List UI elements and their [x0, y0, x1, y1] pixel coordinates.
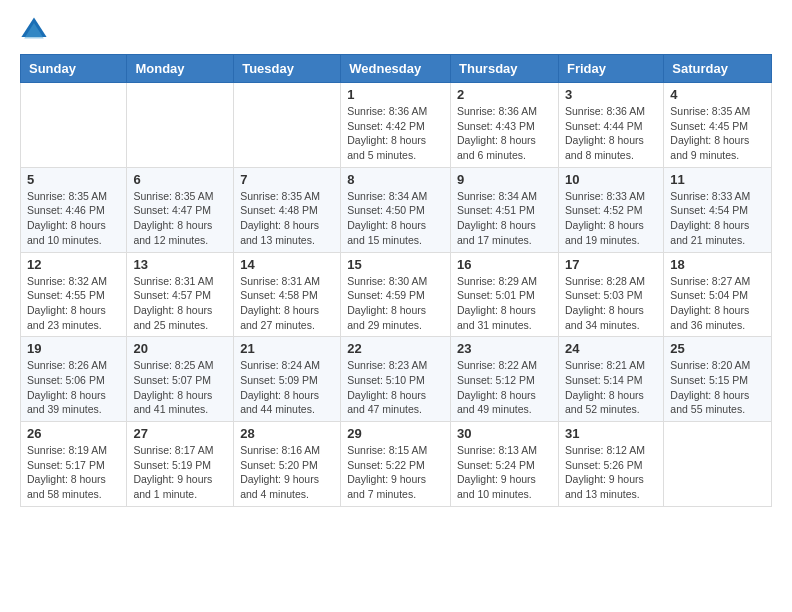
calendar-cell: 27Sunrise: 8:17 AM Sunset: 5:19 PM Dayli…	[127, 422, 234, 507]
calendar-cell: 25Sunrise: 8:20 AM Sunset: 5:15 PM Dayli…	[664, 337, 772, 422]
calendar-cell: 17Sunrise: 8:28 AM Sunset: 5:03 PM Dayli…	[558, 252, 663, 337]
day-info: Sunrise: 8:23 AM Sunset: 5:10 PM Dayligh…	[347, 358, 444, 417]
calendar-cell: 31Sunrise: 8:12 AM Sunset: 5:26 PM Dayli…	[558, 422, 663, 507]
page: SundayMondayTuesdayWednesdayThursdayFrid…	[0, 0, 792, 523]
calendar-cell	[234, 83, 341, 168]
calendar-week-row: 1Sunrise: 8:36 AM Sunset: 4:42 PM Daylig…	[21, 83, 772, 168]
day-number: 2	[457, 87, 552, 102]
day-info: Sunrise: 8:31 AM Sunset: 4:57 PM Dayligh…	[133, 274, 227, 333]
calendar-cell: 1Sunrise: 8:36 AM Sunset: 4:42 PM Daylig…	[341, 83, 451, 168]
day-info: Sunrise: 8:35 AM Sunset: 4:46 PM Dayligh…	[27, 189, 120, 248]
day-info: Sunrise: 8:19 AM Sunset: 5:17 PM Dayligh…	[27, 443, 120, 502]
day-number: 16	[457, 257, 552, 272]
calendar-week-row: 26Sunrise: 8:19 AM Sunset: 5:17 PM Dayli…	[21, 422, 772, 507]
day-info: Sunrise: 8:35 AM Sunset: 4:47 PM Dayligh…	[133, 189, 227, 248]
day-info: Sunrise: 8:29 AM Sunset: 5:01 PM Dayligh…	[457, 274, 552, 333]
day-info: Sunrise: 8:33 AM Sunset: 4:52 PM Dayligh…	[565, 189, 657, 248]
day-number: 1	[347, 87, 444, 102]
calendar-cell: 19Sunrise: 8:26 AM Sunset: 5:06 PM Dayli…	[21, 337, 127, 422]
day-info: Sunrise: 8:36 AM Sunset: 4:42 PM Dayligh…	[347, 104, 444, 163]
day-number: 18	[670, 257, 765, 272]
day-number: 4	[670, 87, 765, 102]
calendar-cell	[127, 83, 234, 168]
day-number: 20	[133, 341, 227, 356]
calendar-cell: 3Sunrise: 8:36 AM Sunset: 4:44 PM Daylig…	[558, 83, 663, 168]
calendar-week-row: 12Sunrise: 8:32 AM Sunset: 4:55 PM Dayli…	[21, 252, 772, 337]
day-number: 6	[133, 172, 227, 187]
calendar-table: SundayMondayTuesdayWednesdayThursdayFrid…	[20, 54, 772, 507]
day-info: Sunrise: 8:25 AM Sunset: 5:07 PM Dayligh…	[133, 358, 227, 417]
day-number: 7	[240, 172, 334, 187]
header	[20, 16, 772, 44]
day-number: 29	[347, 426, 444, 441]
day-number: 27	[133, 426, 227, 441]
day-number: 17	[565, 257, 657, 272]
weekday-header: Wednesday	[341, 55, 451, 83]
calendar-cell: 15Sunrise: 8:30 AM Sunset: 4:59 PM Dayli…	[341, 252, 451, 337]
day-number: 26	[27, 426, 120, 441]
day-info: Sunrise: 8:36 AM Sunset: 4:43 PM Dayligh…	[457, 104, 552, 163]
calendar-cell: 26Sunrise: 8:19 AM Sunset: 5:17 PM Dayli…	[21, 422, 127, 507]
weekday-header-row: SundayMondayTuesdayWednesdayThursdayFrid…	[21, 55, 772, 83]
day-number: 11	[670, 172, 765, 187]
weekday-header: Friday	[558, 55, 663, 83]
day-info: Sunrise: 8:13 AM Sunset: 5:24 PM Dayligh…	[457, 443, 552, 502]
calendar-cell: 10Sunrise: 8:33 AM Sunset: 4:52 PM Dayli…	[558, 167, 663, 252]
day-info: Sunrise: 8:22 AM Sunset: 5:12 PM Dayligh…	[457, 358, 552, 417]
logo-icon	[20, 16, 48, 44]
calendar-cell: 2Sunrise: 8:36 AM Sunset: 4:43 PM Daylig…	[451, 83, 559, 168]
day-info: Sunrise: 8:20 AM Sunset: 5:15 PM Dayligh…	[670, 358, 765, 417]
weekday-header: Sunday	[21, 55, 127, 83]
day-number: 28	[240, 426, 334, 441]
day-info: Sunrise: 8:35 AM Sunset: 4:45 PM Dayligh…	[670, 104, 765, 163]
day-number: 25	[670, 341, 765, 356]
calendar-cell: 20Sunrise: 8:25 AM Sunset: 5:07 PM Dayli…	[127, 337, 234, 422]
calendar-week-row: 5Sunrise: 8:35 AM Sunset: 4:46 PM Daylig…	[21, 167, 772, 252]
calendar-cell: 13Sunrise: 8:31 AM Sunset: 4:57 PM Dayli…	[127, 252, 234, 337]
calendar-cell: 7Sunrise: 8:35 AM Sunset: 4:48 PM Daylig…	[234, 167, 341, 252]
day-number: 13	[133, 257, 227, 272]
calendar-cell: 18Sunrise: 8:27 AM Sunset: 5:04 PM Dayli…	[664, 252, 772, 337]
calendar-cell: 9Sunrise: 8:34 AM Sunset: 4:51 PM Daylig…	[451, 167, 559, 252]
calendar-cell: 11Sunrise: 8:33 AM Sunset: 4:54 PM Dayli…	[664, 167, 772, 252]
day-number: 14	[240, 257, 334, 272]
day-info: Sunrise: 8:30 AM Sunset: 4:59 PM Dayligh…	[347, 274, 444, 333]
day-number: 23	[457, 341, 552, 356]
day-number: 15	[347, 257, 444, 272]
calendar-cell: 21Sunrise: 8:24 AM Sunset: 5:09 PM Dayli…	[234, 337, 341, 422]
logo	[20, 16, 52, 44]
day-number: 19	[27, 341, 120, 356]
calendar-cell: 12Sunrise: 8:32 AM Sunset: 4:55 PM Dayli…	[21, 252, 127, 337]
calendar-cell	[21, 83, 127, 168]
day-info: Sunrise: 8:17 AM Sunset: 5:19 PM Dayligh…	[133, 443, 227, 502]
day-number: 30	[457, 426, 552, 441]
day-number: 5	[27, 172, 120, 187]
day-number: 24	[565, 341, 657, 356]
day-info: Sunrise: 8:21 AM Sunset: 5:14 PM Dayligh…	[565, 358, 657, 417]
day-info: Sunrise: 8:24 AM Sunset: 5:09 PM Dayligh…	[240, 358, 334, 417]
day-number: 22	[347, 341, 444, 356]
calendar-cell: 28Sunrise: 8:16 AM Sunset: 5:20 PM Dayli…	[234, 422, 341, 507]
day-info: Sunrise: 8:32 AM Sunset: 4:55 PM Dayligh…	[27, 274, 120, 333]
calendar-cell: 4Sunrise: 8:35 AM Sunset: 4:45 PM Daylig…	[664, 83, 772, 168]
day-info: Sunrise: 8:35 AM Sunset: 4:48 PM Dayligh…	[240, 189, 334, 248]
weekday-header: Monday	[127, 55, 234, 83]
calendar-cell: 16Sunrise: 8:29 AM Sunset: 5:01 PM Dayli…	[451, 252, 559, 337]
day-info: Sunrise: 8:15 AM Sunset: 5:22 PM Dayligh…	[347, 443, 444, 502]
day-number: 9	[457, 172, 552, 187]
calendar-cell: 30Sunrise: 8:13 AM Sunset: 5:24 PM Dayli…	[451, 422, 559, 507]
weekday-header: Tuesday	[234, 55, 341, 83]
calendar-cell	[664, 422, 772, 507]
calendar-cell: 29Sunrise: 8:15 AM Sunset: 5:22 PM Dayli…	[341, 422, 451, 507]
day-number: 10	[565, 172, 657, 187]
day-info: Sunrise: 8:34 AM Sunset: 4:50 PM Dayligh…	[347, 189, 444, 248]
calendar-cell: 22Sunrise: 8:23 AM Sunset: 5:10 PM Dayli…	[341, 337, 451, 422]
calendar-cell: 6Sunrise: 8:35 AM Sunset: 4:47 PM Daylig…	[127, 167, 234, 252]
day-number: 12	[27, 257, 120, 272]
weekday-header: Saturday	[664, 55, 772, 83]
day-info: Sunrise: 8:16 AM Sunset: 5:20 PM Dayligh…	[240, 443, 334, 502]
day-info: Sunrise: 8:12 AM Sunset: 5:26 PM Dayligh…	[565, 443, 657, 502]
day-info: Sunrise: 8:27 AM Sunset: 5:04 PM Dayligh…	[670, 274, 765, 333]
calendar-cell: 23Sunrise: 8:22 AM Sunset: 5:12 PM Dayli…	[451, 337, 559, 422]
day-info: Sunrise: 8:34 AM Sunset: 4:51 PM Dayligh…	[457, 189, 552, 248]
